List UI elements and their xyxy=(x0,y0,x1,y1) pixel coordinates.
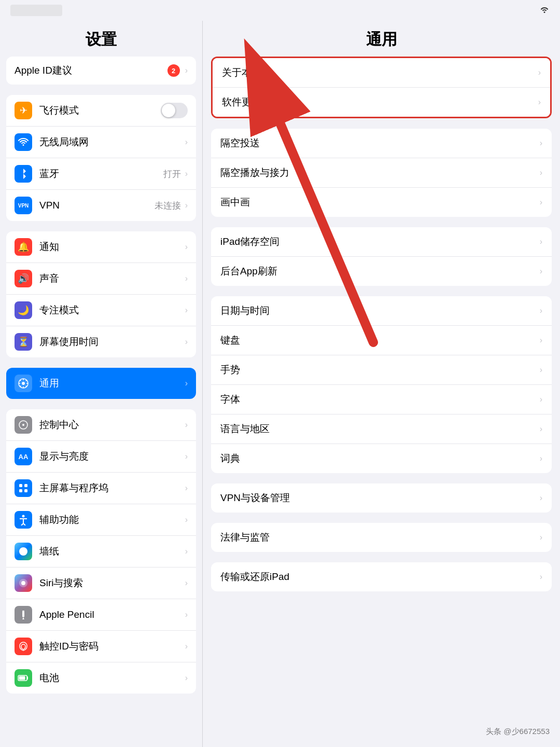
siri-icon-wrap xyxy=(15,574,32,592)
panel-row-gesture[interactable]: 手势 › xyxy=(211,355,552,385)
battery-chevron: › xyxy=(185,673,188,683)
sidebar-item-wifi[interactable]: 无线局域网 › xyxy=(6,127,196,158)
wallpaper-icon-wrap xyxy=(15,543,32,560)
bluetooth-chevron: › xyxy=(185,169,188,178)
sidebar-item-screentime[interactable]: ⏳ 屏幕使用时间 › xyxy=(6,326,196,357)
display-label: 显示与亮度 xyxy=(39,450,185,463)
panel-row-dictionary[interactable]: 词典 › xyxy=(211,444,552,473)
sound-icon: 🔊 xyxy=(18,273,29,284)
softwareupdate-chevron: › xyxy=(538,98,541,107)
battery-icon-wrap xyxy=(15,669,32,687)
battery-icon xyxy=(18,674,29,682)
datetime-chevron: › xyxy=(540,306,542,315)
wifi-status-icon xyxy=(539,6,550,15)
sidebar-item-siri[interactable]: Siri与搜索 › xyxy=(6,568,196,599)
panel-row-airplay[interactable]: 隔空播放与接力 › xyxy=(211,158,552,188)
panel-title: 通用 xyxy=(203,21,560,57)
sidebar-item-general[interactable]: 通用 › xyxy=(6,368,196,399)
accessibility-icon-wrap xyxy=(15,511,32,529)
vpn-value: 未连接 xyxy=(155,200,181,212)
screentime-icon: ⏳ xyxy=(18,336,29,348)
sidebar-item-airplane[interactable]: ✈ 飞行模式 xyxy=(6,95,196,127)
wifi-icon xyxy=(18,138,29,146)
sidebar-item-display[interactable]: AA 显示与亮度 › xyxy=(6,441,196,473)
panel-row-transfer[interactable]: 传输或还原iPad › xyxy=(211,562,552,591)
status-left-placeholder xyxy=(10,5,62,16)
sound-chevron: › xyxy=(185,274,188,283)
language-chevron: › xyxy=(540,424,542,434)
panel-row-airdrop[interactable]: 隔空投送 › xyxy=(211,129,552,158)
sidebar-item-controlcenter[interactable]: 控制中心 › xyxy=(6,409,196,441)
sidebar-item-notifications[interactable]: 🔔 通知 › xyxy=(6,231,196,263)
sidebar-item-applepencil[interactable]: Apple Pencil › xyxy=(6,599,196,631)
sidebar-item-homescreen[interactable]: 主屏幕与程序坞 › xyxy=(6,473,196,504)
sidebar-item-touchid[interactable]: 触控ID与密码 › xyxy=(6,631,196,662)
sidebar-item-vpn[interactable]: VPN VPN 未连接 › xyxy=(6,190,196,221)
airplane-toggle[interactable] xyxy=(161,103,188,118)
airplay-chevron: › xyxy=(540,168,542,177)
panel-row-softwareupdate[interactable]: 软件更新 › xyxy=(213,88,550,117)
svg-rect-6 xyxy=(19,489,22,492)
sidebar-item-wallpaper[interactable]: 墙纸 › xyxy=(6,536,196,568)
sidebar-group-connectivity: ✈ 飞行模式 无线局域网 › xyxy=(6,95,196,221)
sidebar-item-sound[interactable]: 🔊 声音 › xyxy=(6,263,196,295)
panel-row-legal[interactable]: 法律与监管 › xyxy=(211,523,552,552)
controlcenter-chevron: › xyxy=(185,420,188,430)
svg-rect-14 xyxy=(22,611,24,612)
touchid-chevron: › xyxy=(185,642,188,651)
svg-point-9 xyxy=(19,547,27,556)
accessibility-label: 辅助功能 xyxy=(39,513,185,527)
dictionary-label: 词典 xyxy=(220,452,540,465)
vpn-icon-wrap: VPN xyxy=(15,197,32,214)
sidebar-item-bluetooth[interactable]: 蓝牙 打开 › xyxy=(6,158,196,190)
panel-row-bgrefresh[interactable]: 后台App刷新 › xyxy=(211,257,552,286)
wifi-chevron: › xyxy=(185,137,188,147)
focus-icon: 🌙 xyxy=(18,305,29,316)
watermark: 头条 @少6672553 xyxy=(486,727,550,737)
wifi-icon-wrap xyxy=(15,133,32,151)
focus-chevron: › xyxy=(185,306,188,315)
bgrefresh-label: 后台App刷新 xyxy=(220,265,540,278)
sidebar-item-accessibility[interactable]: 辅助功能 › xyxy=(6,504,196,536)
dictionary-chevron: › xyxy=(540,454,542,463)
apple-id-row[interactable]: Apple ID建议 2 › xyxy=(6,57,196,85)
screentime-chevron: › xyxy=(185,337,188,347)
panel-row-datetime[interactable]: 日期与时间 › xyxy=(211,296,552,326)
panel-row-storage[interactable]: iPad储存空间 › xyxy=(211,227,552,257)
display-icon-wrap: AA xyxy=(15,448,32,465)
general-label: 通用 xyxy=(39,377,185,390)
vpnmgmt-label: VPN与设备管理 xyxy=(220,491,540,505)
focus-icon-wrap: 🌙 xyxy=(15,301,32,319)
keyboard-chevron: › xyxy=(540,336,542,345)
sidebar-item-focus[interactable]: 🌙 专注模式 › xyxy=(6,295,196,326)
sidebar-group-notifications: 🔔 通知 › 🔊 声音 › 🌙 专注模式 › xyxy=(6,231,196,357)
language-label: 语言与地区 xyxy=(220,422,540,436)
sidebar-item-battery[interactable]: 电池 › xyxy=(6,662,196,694)
font-chevron: › xyxy=(540,395,542,404)
svg-point-3 xyxy=(22,424,24,426)
sound-icon-wrap: 🔊 xyxy=(15,270,32,287)
apple-id-right: 2 › xyxy=(167,64,188,77)
siri-label: Siri与搜索 xyxy=(39,576,185,590)
svg-rect-4 xyxy=(19,484,22,487)
panel-group-vpnmgmt: VPN与设备管理 › xyxy=(211,483,552,513)
svg-point-8 xyxy=(22,515,25,518)
panel-row-vpnmgmt[interactable]: VPN与设备管理 › xyxy=(211,483,552,513)
panel-row-keyboard[interactable]: 键盘 › xyxy=(211,326,552,355)
general-icon xyxy=(18,378,29,389)
panel-row-language[interactable]: 语言与地区 › xyxy=(211,414,552,444)
pip-chevron: › xyxy=(540,198,542,207)
sidebar: 设置 Apple ID建议 2 › ✈ 飞行模式 xyxy=(0,21,202,747)
airdrop-chevron: › xyxy=(540,139,542,148)
svg-rect-12 xyxy=(22,611,24,617)
apple-id-chevron: › xyxy=(185,66,188,75)
applepencil-label: Apple Pencil xyxy=(39,609,185,620)
notifications-icon: 🔔 xyxy=(18,241,29,253)
gesture-label: 手势 xyxy=(220,363,540,377)
panel-row-about[interactable]: 关于本机 › xyxy=(213,58,550,88)
svg-rect-5 xyxy=(24,484,27,487)
panel-row-pip[interactable]: 画中画 › xyxy=(211,188,552,217)
panel-row-font[interactable]: 字体 › xyxy=(211,385,552,414)
right-panel: 通用 关于本机 › 软件更新 › 隔空投送 › 隔空播放与接力 › 画中画 xyxy=(203,21,560,747)
about-chevron: › xyxy=(538,68,541,77)
